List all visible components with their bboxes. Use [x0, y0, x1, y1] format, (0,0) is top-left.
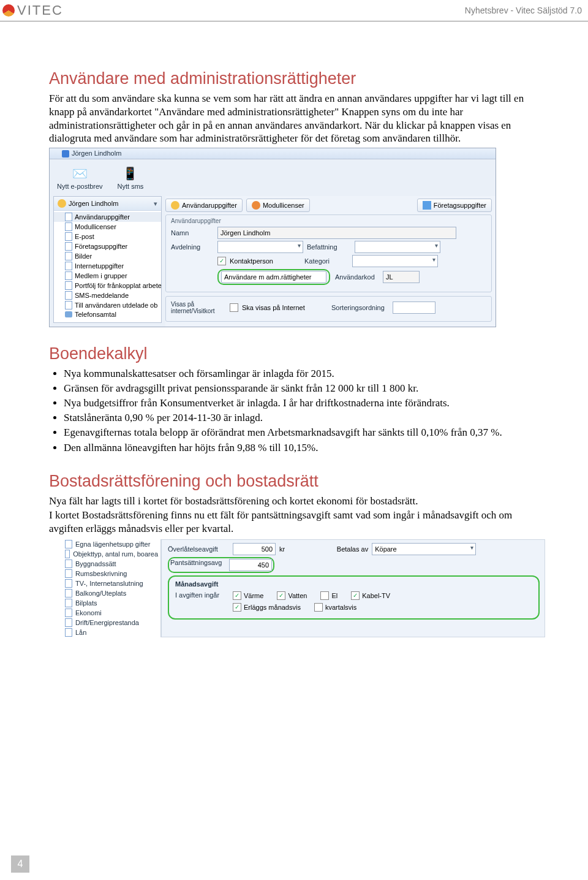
field-paid-by[interactable]: Köpare: [372, 543, 476, 555]
logo-mark-icon: [2, 4, 15, 17]
header-title: Nyhetsbrev - Vitec Säljstöd 7.0: [465, 6, 582, 15]
page-icon: [65, 559, 72, 568]
label-included: I avgiften ingår: [175, 591, 229, 599]
page-icon: [65, 281, 72, 290]
window-icon: [62, 150, 69, 157]
nav-item[interactable]: Modullicenser: [54, 222, 161, 232]
field-title[interactable]: [355, 241, 440, 253]
list-item: Statslåneränta 0,90 % per 2014-11-30 är …: [64, 411, 545, 425]
list-item: Egenavgifternas totala belopp är oföränd…: [64, 426, 545, 439]
nav-header[interactable]: Jörgen Lindholm▾: [54, 197, 161, 211]
section-2-title: Boendekalkyl: [49, 344, 545, 363]
page-icon: [65, 579, 72, 588]
checkbox-quarterly[interactable]: [314, 603, 323, 612]
page-icon: [65, 550, 70, 558]
nav-item[interactable]: Internetuppgifter: [54, 261, 161, 271]
nav-item[interactable]: Portfölj för frånkopplat arbete: [54, 281, 161, 290]
field-sort[interactable]: [393, 302, 435, 314]
nav2-item[interactable]: Byggnadssätt: [49, 559, 160, 569]
nav2-item[interactable]: Lån: [49, 628, 160, 637]
field-transfer-fee[interactable]: 500: [233, 543, 276, 555]
nav2-item[interactable]: Ekonomi: [49, 608, 160, 618]
page-icon: [65, 291, 72, 300]
checkbox-cable[interactable]: ✓: [351, 591, 360, 600]
panel-title: Användaruppgifter: [171, 218, 486, 224]
label-dept: Avdelning: [171, 243, 214, 251]
list-item: Gränsen för avdragsgillt privat pensions…: [64, 382, 545, 395]
tab-company[interactable]: Företagsuppgifter: [417, 199, 492, 212]
unit-kr: kr: [279, 545, 285, 553]
nav-item[interactable]: Medlem i grupper: [54, 271, 161, 281]
nav-item[interactable]: E-post: [54, 232, 161, 241]
label-usercode: Användarkod: [335, 273, 379, 281]
nav2-item[interactable]: Balkong/Uteplats: [49, 588, 160, 598]
nav-item[interactable]: Bilder: [54, 251, 161, 261]
mail-icon: ✉️: [70, 165, 89, 181]
admin-rights-button[interactable]: Användare m adm.rättigheter: [221, 271, 326, 283]
tab-licenses[interactable]: Modullicenser: [246, 199, 310, 212]
field-category[interactable]: [352, 255, 438, 267]
label-paid-by: Betalas av: [319, 545, 368, 553]
list-item: Nya budgetsiffror från Konsumentverket ä…: [64, 396, 545, 410]
tab-user[interactable]: Användaruppgifter: [165, 199, 243, 212]
fieldset-title: Månadsavgift: [175, 580, 532, 588]
label-pledge-fee: Pantsättningsavg: [170, 559, 229, 571]
user-icon: [171, 201, 179, 210]
fieldset-monthly-fee: Månadsavgift I avgiften ingår ✓Värme ✓Va…: [168, 575, 540, 620]
screenshot-fees: Egna lägenhetsupp gifter Objekttyp, anta…: [49, 539, 545, 637]
list-item: Den allmänna löneavgiften har höjts från…: [64, 441, 545, 455]
section-3-p1: Nya fält har lagts till i kortet för bos…: [49, 495, 545, 508]
page-icon: [65, 609, 72, 617]
section-1-title: Användare med administrationsrättigheter: [49, 69, 545, 88]
toolbar-new-sms[interactable]: 📱Nytt sms: [118, 165, 144, 190]
toolbar-new-email[interactable]: ✉️Nytt e-postbrev: [57, 165, 103, 190]
label-contact: Kontaktperson: [230, 257, 301, 265]
checkbox-water[interactable]: ✓: [277, 591, 285, 600]
nav-item[interactable]: Användaruppgifter: [54, 212, 161, 222]
label-sort: Sorteringsordning: [331, 304, 389, 311]
field-dept[interactable]: [217, 241, 303, 253]
checkbox-el[interactable]: [320, 591, 329, 600]
label-quarterly: kvartalsvis: [325, 604, 356, 611]
brand-logo: VITEC: [2, 2, 63, 18]
nav2-item[interactable]: Objekttyp, antal rum, boarea: [49, 549, 160, 559]
nav2-item[interactable]: Egna lägenhetsupp gifter: [49, 539, 160, 549]
nav-item[interactable]: Till användaren utdelade ob: [54, 300, 161, 310]
toolbar-new-email-label: Nytt e-postbrev: [57, 183, 103, 190]
page-icon: [65, 618, 72, 627]
nav-item[interactable]: SMS-meddelande: [54, 290, 161, 300]
section-2-list: Nya kommunalskattesatser och församlinga…: [64, 367, 545, 455]
brand-text: VITEC: [17, 2, 63, 18]
nav-item[interactable]: Företagsuppgifter: [54, 241, 161, 251]
page-icon: [65, 232, 72, 241]
checkbox-internet[interactable]: [230, 303, 238, 312]
page-icon: [65, 242, 72, 251]
nav-item[interactable]: Telefonsamtal: [54, 310, 161, 319]
label-transfer-fee: Överlåtelseavgift: [168, 545, 229, 553]
field-usercode: JL: [383, 271, 420, 283]
page-icon: [65, 213, 72, 221]
highlight-pledge-fee: Pantsättningsavg 450: [168, 557, 274, 573]
checkbox-heat[interactable]: ✓: [233, 591, 241, 600]
page-icon: [65, 271, 72, 280]
list-item: Nya kommunalskattesatser och församlinga…: [64, 367, 545, 381]
checkbox-monthly[interactable]: ✓: [233, 603, 241, 612]
label-water: Vatten: [288, 592, 307, 599]
license-icon: [252, 201, 260, 210]
page-icon: [65, 569, 72, 578]
nav2-item[interactable]: TV-, Internetanslutning: [49, 578, 160, 588]
page-icon: [65, 599, 72, 607]
nav2-item[interactable]: Rumsbeskrivning: [49, 569, 160, 578]
label-show-internet: Ska visas på Internet: [242, 304, 328, 311]
nav-tree: Användaruppgifter Modullicenser E-post F…: [54, 211, 161, 320]
label-title: Befattning: [307, 243, 351, 251]
page-icon: [65, 301, 72, 309]
checkbox-contact[interactable]: ✓: [217, 257, 226, 265]
page-icon: [65, 628, 72, 637]
window-title: Jörgen Lindholm: [72, 150, 121, 157]
page-icon: [65, 222, 72, 231]
nav2-item[interactable]: Bilplats: [49, 598, 160, 608]
nav2-item[interactable]: Drift/Energiprestanda: [49, 618, 160, 628]
field-pledge-fee[interactable]: 450: [229, 559, 272, 571]
screenshot-user-admin: Jörgen Lindholm ✉️Nytt e-postbrev 📱Nytt …: [49, 148, 496, 327]
